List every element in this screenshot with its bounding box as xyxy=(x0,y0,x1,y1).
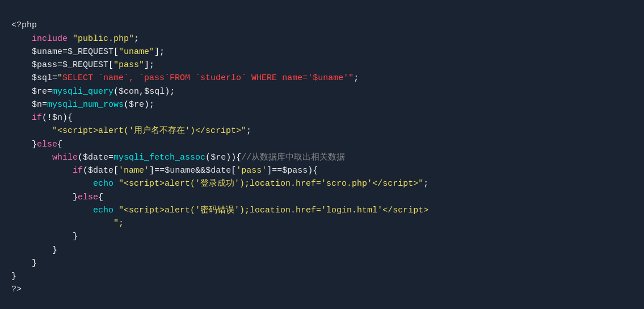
line-pass: $pass=$_REQUEST["pass"]; xyxy=(11,60,154,70)
line-if-date: if($date['name']==$uname&&$date['pass']=… xyxy=(11,166,318,176)
line-brace-while-close: } xyxy=(11,245,57,255)
line-while: while($date=mysqli_fetch_assoc($re)){//从… xyxy=(11,153,345,162)
line-else-open: }else{ xyxy=(11,140,62,149)
line-n: $n=mysqli_num_rows($re); xyxy=(11,100,154,110)
line-else-inner: }else{ xyxy=(11,193,103,202)
line-include: include "public.php"; xyxy=(11,34,139,44)
line-uname: $uname=$_REQUEST["uname"]; xyxy=(11,47,165,57)
line-if: if(!$n){ xyxy=(11,113,73,123)
line-brace-top-close: } xyxy=(11,272,16,281)
php-close-tag: ?> xyxy=(11,285,22,294)
line-echo-notexist: "<script>alert('用户名不存在')</script>"; xyxy=(11,126,251,136)
line-str-cont: "; xyxy=(11,219,124,228)
line-echo-error: echo "<script>alert('密码错误');location.hre… xyxy=(11,206,428,215)
php-open-tag: <?php xyxy=(11,20,37,30)
line-sql: $sql="SELECT `name`, `pass`FROM `studerl… xyxy=(11,73,359,83)
line-re: $re=mysqli_query($con,$sql); xyxy=(11,87,175,97)
line-echo-success: echo "<script>alert('登录成功');location.hre… xyxy=(11,179,428,189)
line-brace-else-close: } xyxy=(11,258,37,268)
line-brace-inner-close: } xyxy=(11,232,78,241)
code-editor: <?php include "public.php"; $uname=$_REQ… xyxy=(0,0,644,308)
